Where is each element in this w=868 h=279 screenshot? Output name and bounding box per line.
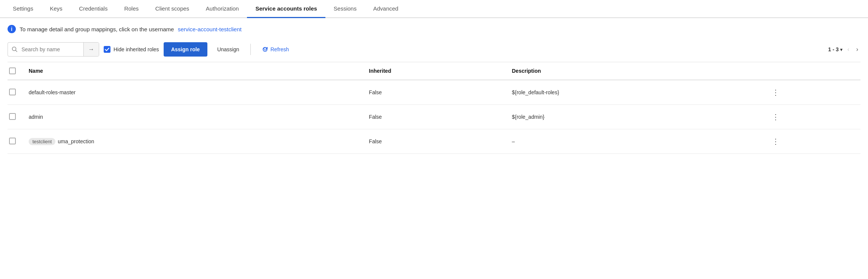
row-actions: ⋮ bbox=[764, 80, 860, 105]
row-description: – bbox=[508, 129, 764, 154]
search-submit-button[interactable]: → bbox=[83, 42, 99, 57]
row-name: admin bbox=[24, 105, 364, 129]
row-checkbox-2[interactable] bbox=[9, 138, 16, 144]
row-inherited: False bbox=[364, 129, 507, 154]
tab-service-accounts-roles[interactable]: Service accounts roles bbox=[247, 0, 325, 18]
row-kebab-menu-button-1[interactable]: ⋮ bbox=[769, 111, 782, 123]
refresh-button[interactable]: Refresh bbox=[257, 43, 294, 56]
search-wrapper: → bbox=[8, 42, 99, 57]
pagination: 1 - 3 ▾ ‹ › bbox=[828, 44, 860, 54]
service-account-link[interactable]: service-account-testclient bbox=[178, 26, 241, 32]
row-actions: ⋮ bbox=[764, 129, 860, 154]
checkmark-icon bbox=[105, 48, 109, 51]
row-checkbox-1[interactable] bbox=[9, 113, 16, 120]
row-kebab-menu-button-2[interactable]: ⋮ bbox=[769, 135, 782, 147]
hide-inherited-roles-toggle[interactable]: Hide inherited roles bbox=[104, 46, 159, 53]
row-inherited: False bbox=[364, 105, 507, 129]
search-input[interactable] bbox=[8, 46, 83, 52]
row-name-text: admin bbox=[29, 114, 43, 120]
table-row: adminFalse${role_admin}⋮ bbox=[8, 105, 860, 129]
roles-table-wrapper: Name Inherited Description default-roles… bbox=[0, 62, 868, 154]
roles-table: Name Inherited Description default-roles… bbox=[8, 62, 860, 154]
assign-role-button[interactable]: Assign role bbox=[164, 42, 207, 57]
row-inherited: False bbox=[364, 80, 507, 105]
tab-settings[interactable]: Settings bbox=[5, 0, 41, 18]
row-actions: ⋮ bbox=[764, 105, 860, 129]
toolbar: → Hide inherited roles Assign role Unass… bbox=[0, 37, 868, 62]
row-name: testclientuma_protection bbox=[24, 129, 364, 154]
row-description: ${role_admin} bbox=[508, 105, 764, 129]
tab-sessions[interactable]: Sessions bbox=[325, 0, 365, 18]
pagination-next-button[interactable]: › bbox=[854, 44, 860, 54]
table-row: testclientuma_protectionFalse–⋮ bbox=[8, 129, 860, 154]
th-name: Name bbox=[24, 62, 364, 80]
select-all-checkbox[interactable] bbox=[9, 67, 16, 74]
row-tag-badge: testclient bbox=[29, 138, 55, 145]
row-name-text: default-roles-master bbox=[29, 89, 76, 95]
row-description: ${role_default-roles} bbox=[508, 80, 764, 105]
tab-keys[interactable]: Keys bbox=[41, 0, 71, 18]
row-kebab-menu-button-0[interactable]: ⋮ bbox=[769, 86, 782, 98]
tab-roles[interactable]: Roles bbox=[116, 0, 147, 18]
row-checkbox-0[interactable] bbox=[9, 89, 16, 95]
th-actions bbox=[764, 62, 860, 80]
row-name-text: uma_protection bbox=[58, 138, 94, 144]
search-inner bbox=[8, 46, 83, 52]
refresh-icon bbox=[262, 46, 268, 52]
tab-advanced[interactable]: Advanced bbox=[365, 0, 407, 18]
tabs-bar: Settings Keys Credentials Roles Client s… bbox=[0, 0, 868, 18]
tab-authorization[interactable]: Authorization bbox=[198, 0, 247, 18]
pagination-dropdown-button[interactable]: ▾ bbox=[840, 47, 843, 52]
pagination-prev-button[interactable]: ‹ bbox=[845, 44, 851, 54]
th-description: Description bbox=[508, 62, 764, 80]
info-icon: i bbox=[8, 25, 16, 33]
toolbar-divider bbox=[250, 44, 251, 55]
row-name: default-roles-master bbox=[24, 80, 364, 105]
refresh-label: Refresh bbox=[270, 46, 289, 52]
hide-inherited-label: Hide inherited roles bbox=[113, 46, 159, 52]
info-text: To manage detail and group mappings, cli… bbox=[20, 26, 174, 32]
pagination-label: 1 - 3 ▾ bbox=[828, 46, 843, 52]
table-header-row: Name Inherited Description bbox=[8, 62, 860, 80]
unassign-button[interactable]: Unassign bbox=[212, 42, 244, 57]
tab-credentials[interactable]: Credentials bbox=[71, 0, 116, 18]
tab-client-scopes[interactable]: Client scopes bbox=[147, 0, 198, 18]
th-checkbox bbox=[8, 62, 24, 80]
table-row: default-roles-masterFalse${role_default-… bbox=[8, 80, 860, 105]
th-inherited: Inherited bbox=[364, 62, 507, 80]
info-banner: i To manage detail and group mappings, c… bbox=[0, 18, 868, 37]
hide-inherited-checkbox[interactable] bbox=[104, 46, 110, 53]
